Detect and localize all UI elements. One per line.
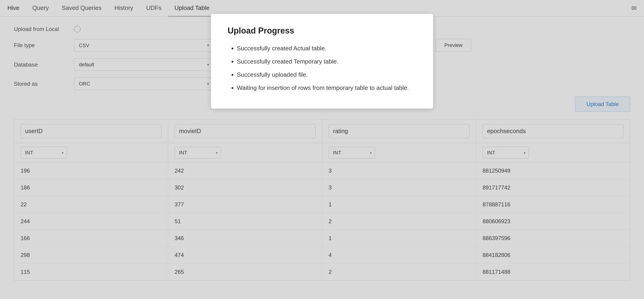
upload-progress-modal: Upload Progress Successfully created Act… <box>211 14 433 109</box>
modal-message-item-3: Waiting for insertion of rows from tempo… <box>237 83 416 92</box>
modal-message-list: Successfully created Actual table.Succes… <box>228 44 416 92</box>
modal-message-item-2: Successfully uploaded file. <box>237 70 416 79</box>
modal-overlay: Upload Progress Successfully created Act… <box>0 0 644 299</box>
modal-title: Upload Progress <box>228 26 416 35</box>
modal-message-item-1: Successfully created Temporary table. <box>237 57 416 66</box>
modal-message-item-0: Successfully created Actual table. <box>237 44 416 53</box>
